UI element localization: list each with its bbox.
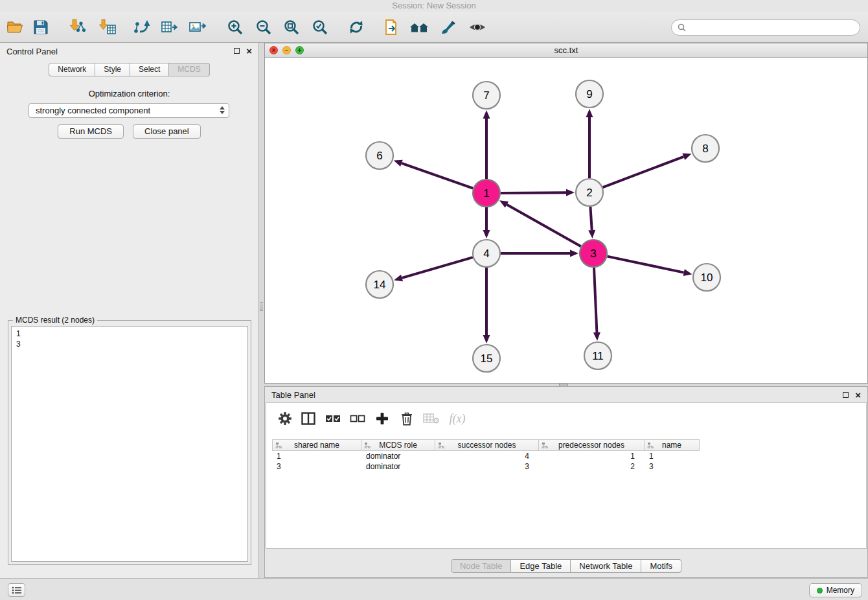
toggle-visibility-button[interactable] <box>468 18 487 36</box>
column-header-shared-name[interactable]: shared name <box>272 439 361 451</box>
table-row[interactable]: 3dominator323 <box>272 461 700 472</box>
graph-node-14[interactable]: 14 <box>366 271 393 298</box>
tab-select[interactable]: Select <box>130 63 169 76</box>
zoom-out-button[interactable] <box>254 18 273 36</box>
graph-edge-1-6[interactable] <box>402 163 473 189</box>
graph-node-3[interactable]: 3 <box>580 240 607 267</box>
graph-edge-3-1[interactable] <box>507 205 580 247</box>
table-tab-edge-table[interactable]: Edge Table <box>511 559 571 573</box>
trash-icon <box>400 411 413 426</box>
export-network-icon <box>133 19 151 36</box>
delete-column-button[interactable] <box>397 411 417 426</box>
empty-boxes-icon <box>350 413 365 424</box>
window-titlebar: Session: New Session <box>0 0 868 12</box>
graph-node-2[interactable]: 2 <box>576 179 603 206</box>
graph-edge-3-11[interactable] <box>594 268 597 332</box>
table-tab-network-table[interactable]: Network Table <box>571 559 641 573</box>
tab-network[interactable]: Network <box>49 63 95 76</box>
tab-mcds[interactable]: MCDS <box>169 63 209 76</box>
close-panel-icon[interactable]: × <box>246 47 252 54</box>
table-tab-motifs[interactable]: Motifs <box>641 559 681 573</box>
graph-node-1[interactable]: 1 <box>473 179 500 207</box>
optimization-criterion-select[interactable]: strongly connected component <box>29 103 229 118</box>
mcds-result-title: MCDS result (2 nodes) <box>13 316 97 325</box>
run-mcds-button[interactable]: Run MCDS <box>58 124 124 139</box>
open-folder-icon <box>6 19 23 35</box>
graph-node-label: 1 <box>483 187 489 200</box>
memory-button[interactable]: Memory <box>809 583 862 597</box>
graph-node-label: 10 <box>701 271 713 284</box>
control-panel-title: Control Panel <box>6 47 58 56</box>
select-stepper-icon <box>220 106 225 114</box>
graph-node-label: 9 <box>586 88 592 100</box>
network-canvas[interactable]: 7968124314101511 <box>265 58 867 383</box>
zoom-in-button[interactable] <box>225 18 245 36</box>
column-header-successor-nodes[interactable]: successor nodes <box>435 439 539 451</box>
minimize-window-icon[interactable]: − <box>282 46 291 54</box>
vertical-splitter[interactable] <box>259 43 264 578</box>
close-panel-icon[interactable]: × <box>855 391 861 398</box>
graph-node-9[interactable]: 9 <box>576 80 603 108</box>
graph-node-15[interactable]: 15 <box>473 345 500 372</box>
table-row[interactable]: 1dominator411 <box>272 451 700 461</box>
table-tab-node-table[interactable]: Node Table <box>451 559 512 573</box>
import-network-button[interactable] <box>67 18 87 36</box>
graph-edge-3-10[interactable] <box>608 257 684 273</box>
zoom-in-icon <box>227 19 244 36</box>
export-image-button[interactable] <box>188 18 207 36</box>
export-web-page-button[interactable] <box>382 18 402 36</box>
column-header-MCDS-role[interactable]: MCDS role <box>361 439 435 451</box>
import-table-button[interactable] <box>97 18 117 36</box>
add-column-button[interactable] <box>372 411 392 426</box>
save-session-button[interactable] <box>31 18 51 36</box>
search-field <box>671 19 860 36</box>
checked-boxes-icon <box>325 413 341 424</box>
open-session-button[interactable] <box>5 18 25 36</box>
search-input[interactable] <box>690 23 854 32</box>
tab-style[interactable]: Style <box>95 63 130 76</box>
graph-node-6[interactable]: 6 <box>366 142 393 169</box>
float-panel-icon[interactable] <box>234 48 240 54</box>
mcds-result-line: 1 <box>16 329 243 339</box>
refresh-button[interactable] <box>347 18 366 36</box>
column-header-label: successor nodes <box>457 441 516 450</box>
table-settings-button[interactable] <box>275 411 295 426</box>
function-builder-button[interactable]: f(x) <box>448 411 467 426</box>
zoom-window-icon[interactable]: + <box>295 46 304 54</box>
column-type-icon <box>542 442 549 449</box>
graph-node-11[interactable]: 11 <box>584 342 611 369</box>
graph-edge-2-3[interactable] <box>590 207 591 230</box>
graph-node-4[interactable]: 4 <box>473 240 500 267</box>
column-header-label: MCDS role <box>379 441 417 450</box>
paint-style-button[interactable] <box>439 18 458 36</box>
column-header-name[interactable]: name <box>645 439 700 451</box>
table-cell: dominator <box>361 451 435 461</box>
export-network-button[interactable] <box>132 18 152 36</box>
split-columns-button[interactable] <box>299 411 318 426</box>
graph-node-7[interactable]: 7 <box>473 82 500 109</box>
zoom-fit-button[interactable] <box>282 18 301 36</box>
home-button[interactable] <box>409 18 429 36</box>
column-header-predecessor-nodes[interactable]: predecessor nodes <box>539 439 645 451</box>
graph-edge-4-14[interactable] <box>402 257 473 278</box>
close-panel-button[interactable]: Close panel <box>133 124 201 139</box>
delete-table-button[interactable] <box>422 411 441 426</box>
zoom-selected-icon <box>312 19 328 36</box>
table-cell: 1 <box>272 451 361 461</box>
network-window-titlebar[interactable]: × − + scc.txt <box>265 43 867 58</box>
graph-edge-2-8[interactable] <box>603 157 684 187</box>
export-table-button[interactable] <box>160 18 179 36</box>
select-all-columns-button[interactable] <box>323 411 343 426</box>
close-window-icon[interactable]: × <box>269 46 278 54</box>
float-panel-icon[interactable] <box>843 392 849 398</box>
graph-edge-1-2[interactable] <box>501 192 566 193</box>
table-cell: dominator <box>361 461 435 472</box>
splitter-grip[interactable] <box>260 302 263 311</box>
deselect-all-columns-button[interactable] <box>348 411 367 426</box>
zoom-fit-icon <box>283 19 300 36</box>
task-history-button[interactable] <box>8 583 25 597</box>
graph-node-8[interactable]: 8 <box>692 135 719 162</box>
graph-node-10[interactable]: 10 <box>693 264 720 291</box>
graph-edge-arrowhead <box>682 154 691 160</box>
zoom-selected-button[interactable] <box>310 18 330 36</box>
